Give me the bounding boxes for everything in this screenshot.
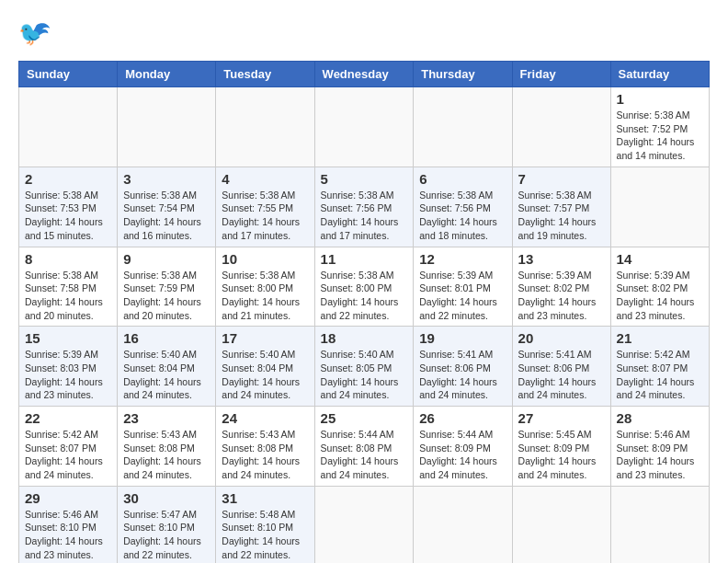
calendar-cell: 17Sunrise: 5:40 AM Sunset: 8:04 PM Dayli… — [216, 327, 314, 407]
calendar-cell-empty — [314, 87, 414, 167]
day-number: 7 — [518, 171, 605, 187]
calendar-cell: 28Sunrise: 5:46 AM Sunset: 8:09 PM Dayli… — [610, 407, 709, 487]
calendar-cell-empty — [610, 167, 709, 247]
day-info: Sunrise: 5:39 AM Sunset: 8:02 PM Dayligh… — [617, 270, 695, 321]
day-info: Sunrise: 5:43 AM Sunset: 8:08 PM Dayligh… — [222, 429, 300, 480]
calendar-cell: 22Sunrise: 5:42 AM Sunset: 8:07 PM Dayli… — [19, 407, 118, 487]
day-number: 14 — [617, 251, 703, 267]
day-of-week-header: Sunday — [19, 62, 118, 87]
day-number: 1 — [617, 91, 703, 107]
day-info: Sunrise: 5:39 AM Sunset: 8:01 PM Dayligh… — [419, 270, 497, 321]
day-info: Sunrise: 5:38 AM Sunset: 7:56 PM Dayligh… — [321, 190, 399, 241]
day-info: Sunrise: 5:41 AM Sunset: 8:06 PM Dayligh… — [518, 349, 597, 400]
calendar-cell: 19Sunrise: 5:41 AM Sunset: 8:06 PM Dayli… — [414, 327, 512, 407]
day-info: Sunrise: 5:39 AM Sunset: 8:03 PM Dayligh… — [25, 349, 103, 400]
calendar-cell: 27Sunrise: 5:45 AM Sunset: 8:09 PM Dayli… — [512, 407, 610, 487]
calendar-week-row: 2Sunrise: 5:38 AM Sunset: 7:53 PM Daylig… — [19, 167, 710, 247]
calendar-cell: 25Sunrise: 5:44 AM Sunset: 8:08 PM Dayli… — [314, 407, 414, 487]
calendar-cell: 11Sunrise: 5:38 AM Sunset: 8:00 PM Dayli… — [314, 247, 414, 327]
logo-icon: 🐦 — [18, 18, 51, 52]
calendar-cell: 30Sunrise: 5:47 AM Sunset: 8:10 PM Dayli… — [118, 486, 216, 563]
calendar-cell: 10Sunrise: 5:38 AM Sunset: 8:00 PM Dayli… — [216, 247, 314, 327]
day-number: 2 — [25, 171, 111, 187]
calendar-cell: 26Sunrise: 5:44 AM Sunset: 8:09 PM Dayli… — [414, 407, 512, 487]
calendar-cell-empty — [512, 486, 610, 563]
calendar-cell: 2Sunrise: 5:38 AM Sunset: 7:53 PM Daylig… — [19, 167, 118, 247]
calendar-cell: 20Sunrise: 5:41 AM Sunset: 8:06 PM Dayli… — [512, 327, 610, 407]
calendar-cell: 4Sunrise: 5:38 AM Sunset: 7:55 PM Daylig… — [216, 167, 314, 247]
day-info: Sunrise: 5:38 AM Sunset: 7:52 PM Dayligh… — [617, 109, 695, 161]
day-number: 12 — [419, 251, 506, 267]
day-info: Sunrise: 5:38 AM Sunset: 7:53 PM Dayligh… — [25, 190, 103, 241]
calendar-cell-empty — [610, 486, 709, 563]
day-info: Sunrise: 5:38 AM Sunset: 7:55 PM Dayligh… — [222, 190, 300, 241]
day-info: Sunrise: 5:43 AM Sunset: 8:08 PM Dayligh… — [123, 429, 201, 480]
day-info: Sunrise: 5:40 AM Sunset: 8:04 PM Dayligh… — [123, 349, 201, 400]
day-number: 3 — [123, 171, 210, 187]
day-info: Sunrise: 5:39 AM Sunset: 8:02 PM Dayligh… — [518, 270, 597, 321]
logo: 🐦 — [18, 18, 55, 52]
day-number: 16 — [123, 330, 210, 346]
calendar-cell: 21Sunrise: 5:42 AM Sunset: 8:07 PM Dayli… — [610, 327, 709, 407]
calendar-cell: 13Sunrise: 5:39 AM Sunset: 8:02 PM Dayli… — [512, 247, 610, 327]
calendar-cell: 31Sunrise: 5:48 AM Sunset: 8:10 PM Dayli… — [216, 486, 314, 563]
calendar-header-row: SundayMondayTuesdayWednesdayThursdayFrid… — [19, 62, 710, 87]
day-of-week-header: Wednesday — [314, 62, 414, 87]
calendar-week-row: 8Sunrise: 5:38 AM Sunset: 7:58 PM Daylig… — [19, 247, 710, 327]
day-number: 31 — [222, 490, 308, 506]
calendar-cell: 14Sunrise: 5:39 AM Sunset: 8:02 PM Dayli… — [610, 247, 709, 327]
calendar-cell: 29Sunrise: 5:46 AM Sunset: 8:10 PM Dayli… — [19, 486, 118, 563]
day-info: Sunrise: 5:38 AM Sunset: 7:54 PM Dayligh… — [123, 190, 201, 241]
calendar-cell-empty — [216, 87, 314, 167]
calendar-cell: 15Sunrise: 5:39 AM Sunset: 8:03 PM Dayli… — [19, 327, 118, 407]
day-number: 22 — [25, 410, 111, 426]
day-info: Sunrise: 5:44 AM Sunset: 8:08 PM Dayligh… — [321, 429, 399, 480]
calendar-cell: 16Sunrise: 5:40 AM Sunset: 8:04 PM Dayli… — [118, 327, 216, 407]
calendar-cell: 18Sunrise: 5:40 AM Sunset: 8:05 PM Dayli… — [314, 327, 414, 407]
day-number: 5 — [321, 171, 408, 187]
day-info: Sunrise: 5:40 AM Sunset: 8:04 PM Dayligh… — [222, 349, 300, 400]
day-number: 20 — [518, 330, 605, 346]
day-number: 19 — [419, 330, 506, 346]
day-of-week-header: Friday — [512, 62, 610, 87]
calendar-cell-empty — [414, 87, 512, 167]
day-info: Sunrise: 5:40 AM Sunset: 8:05 PM Dayligh… — [321, 349, 399, 400]
calendar-week-row: 29Sunrise: 5:46 AM Sunset: 8:10 PM Dayli… — [19, 486, 710, 563]
day-number: 6 — [419, 171, 506, 187]
calendar-table: SundayMondayTuesdayWednesdayThursdayFrid… — [18, 61, 710, 563]
day-of-week-header: Monday — [118, 62, 216, 87]
day-of-week-header: Thursday — [414, 62, 512, 87]
day-info: Sunrise: 5:46 AM Sunset: 8:10 PM Dayligh… — [25, 509, 103, 560]
day-number: 18 — [321, 330, 408, 346]
day-info: Sunrise: 5:42 AM Sunset: 8:07 PM Dayligh… — [25, 429, 103, 480]
day-info: Sunrise: 5:38 AM Sunset: 7:58 PM Dayligh… — [25, 270, 103, 321]
day-info: Sunrise: 5:38 AM Sunset: 7:59 PM Dayligh… — [123, 270, 201, 321]
day-info: Sunrise: 5:38 AM Sunset: 7:57 PM Dayligh… — [518, 190, 597, 241]
day-number: 23 — [123, 410, 210, 426]
day-info: Sunrise: 5:45 AM Sunset: 8:09 PM Dayligh… — [518, 429, 597, 480]
calendar-cell: 5Sunrise: 5:38 AM Sunset: 7:56 PM Daylig… — [314, 167, 414, 247]
day-number: 21 — [617, 330, 703, 346]
calendar-cell: 12Sunrise: 5:39 AM Sunset: 8:01 PM Dayli… — [414, 247, 512, 327]
day-info: Sunrise: 5:44 AM Sunset: 8:09 PM Dayligh… — [419, 429, 497, 480]
calendar-cell: 3Sunrise: 5:38 AM Sunset: 7:54 PM Daylig… — [118, 167, 216, 247]
calendar-cell-empty — [414, 486, 512, 563]
day-number: 30 — [123, 490, 210, 506]
calendar-week-row: 15Sunrise: 5:39 AM Sunset: 8:03 PM Dayli… — [19, 327, 710, 407]
day-number: 29 — [25, 490, 111, 506]
day-number: 24 — [222, 410, 308, 426]
calendar-cell: 8Sunrise: 5:38 AM Sunset: 7:58 PM Daylig… — [19, 247, 118, 327]
day-info: Sunrise: 5:38 AM Sunset: 8:00 PM Dayligh… — [321, 270, 399, 321]
calendar-cell: 24Sunrise: 5:43 AM Sunset: 8:08 PM Dayli… — [216, 407, 314, 487]
day-info: Sunrise: 5:42 AM Sunset: 8:07 PM Dayligh… — [617, 349, 695, 400]
day-info: Sunrise: 5:47 AM Sunset: 8:10 PM Dayligh… — [123, 509, 201, 560]
calendar-cell: 7Sunrise: 5:38 AM Sunset: 7:57 PM Daylig… — [512, 167, 610, 247]
day-number: 28 — [617, 410, 703, 426]
day-number: 11 — [321, 251, 408, 267]
day-info: Sunrise: 5:48 AM Sunset: 8:10 PM Dayligh… — [222, 509, 300, 560]
day-number: 10 — [222, 251, 308, 267]
calendar-cell-empty — [314, 486, 414, 563]
day-info: Sunrise: 5:41 AM Sunset: 8:06 PM Dayligh… — [419, 349, 497, 400]
calendar-cell-empty — [19, 87, 118, 167]
calendar-cell-empty — [118, 87, 216, 167]
